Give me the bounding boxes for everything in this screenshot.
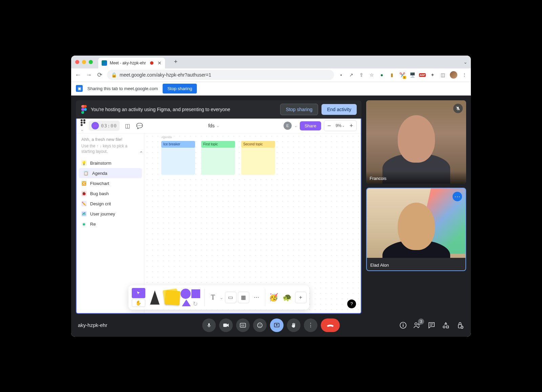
template-item-designcrit[interactable]: ✏️ Design crit xyxy=(77,199,144,209)
canvas-column-second-topic[interactable]: Second topic xyxy=(241,141,275,175)
people-panel-button[interactable]: 3 xyxy=(413,321,421,329)
template-item-more[interactable]: ◉ Re xyxy=(77,219,144,229)
svg-rect-22 xyxy=(446,326,449,328)
tabs-dropdown-button[interactable]: ⌄ xyxy=(463,59,467,65)
hand-tool-button[interactable]: ✋ xyxy=(132,299,145,307)
zoom-in-button[interactable]: + xyxy=(347,121,356,130)
presence-caret-icon[interactable]: ⌄ xyxy=(294,124,297,128)
video-tile-name: Francois xyxy=(366,171,466,184)
zoom-level[interactable]: 9% ⌄ xyxy=(334,123,346,128)
close-window-icon[interactable] xyxy=(75,60,79,64)
bugbash-icon: 🐞 xyxy=(81,191,87,196)
captions-button[interactable]: CC xyxy=(236,318,250,332)
template-item-brainstorm[interactable]: 💡 Brainstorm xyxy=(77,158,144,168)
present-screen-button[interactable] xyxy=(270,318,284,332)
template-item-flowchart[interactable]: 🔀 Flowchart xyxy=(77,178,144,188)
flowchart-icon: 🔀 xyxy=(81,181,87,186)
tab-title: Meet - aky-hzpk-ehr xyxy=(110,61,146,65)
reactions-button[interactable] xyxy=(253,318,267,332)
template-item-userjourney[interactable]: 🗺️ User journey xyxy=(77,209,144,219)
extensions-puzzle-icon[interactable]: ✦ xyxy=(430,72,436,78)
side-panel-icon[interactable]: ◫ xyxy=(440,72,446,78)
chat-panel-button[interactable] xyxy=(428,321,436,329)
abp-extension-icon[interactable]: ABP xyxy=(419,72,425,78)
browser-tab[interactable]: Meet - aky-hzpk-ehr ✕ xyxy=(98,58,165,68)
back-button[interactable]: ← xyxy=(75,71,81,78)
sticker-2-button[interactable]: 🐢 xyxy=(282,292,293,303)
meet-favicon-icon xyxy=(102,60,107,66)
text-tool-button[interactable]: T xyxy=(207,292,219,303)
figjam-timer[interactable]: 03:00 xyxy=(89,121,120,131)
sharing-indicator-icon: ▣ xyxy=(76,85,83,92)
chrome-menu-button[interactable]: ⋮ xyxy=(461,72,467,78)
more-options-button[interactable]: ⋮ xyxy=(304,318,317,332)
pointer-tool-button[interactable] xyxy=(132,288,145,298)
canvas-column-first-topic[interactable]: First topic xyxy=(201,141,235,175)
more-tools-button[interactable]: ⋯ xyxy=(251,292,262,303)
stop-sharing-button[interactable]: Stop sharing xyxy=(163,84,197,94)
end-activity-button[interactable]: End activity xyxy=(321,104,357,115)
lock-icon: 🔒 xyxy=(111,72,117,78)
profile-avatar[interactable] xyxy=(450,71,457,79)
text-tool-caret-icon[interactable]: ⌄ xyxy=(220,295,224,300)
maximize-window-icon[interactable] xyxy=(89,60,93,64)
figjam-top-toolbar: ⌄ 03:00 ◫ 💬 fds ⌄ xyxy=(77,119,361,133)
forward-button[interactable]: → xyxy=(85,71,92,78)
video-tile-francois[interactable]: Francois xyxy=(366,100,466,184)
extension-screen-icon[interactable]: 🖥️ xyxy=(409,72,415,78)
minimize-window-icon[interactable] xyxy=(82,60,86,64)
new-tab-button[interactable]: + xyxy=(171,57,181,67)
meeting-details-button[interactable] xyxy=(399,321,407,329)
brainstorm-icon: 💡 xyxy=(81,160,87,166)
marker-tool-button[interactable] xyxy=(147,288,162,307)
mic-toggle-button[interactable] xyxy=(202,318,216,332)
presence-avatar[interactable]: E xyxy=(284,122,292,130)
video-tile-name: Elad Alon xyxy=(367,258,465,270)
svg-point-15 xyxy=(403,323,403,324)
marker-icon xyxy=(150,290,160,305)
zoom-out-button[interactable]: − xyxy=(325,121,334,130)
raise-hand-button[interactable] xyxy=(287,318,300,332)
extensions-row: ▪ ↗ ⇪ ☆ ● ▮ ✂️ 🖥️ ABP ✦ ◫ ⋮ xyxy=(338,71,467,79)
figjam-comment-button[interactable]: 💬 xyxy=(135,121,144,130)
hangup-button[interactable] xyxy=(321,318,340,332)
extension-folder-icon[interactable]: ▮ xyxy=(389,72,395,78)
reload-button[interactable]: ⟳ xyxy=(96,71,103,78)
url-text: meet.google.com/aky-hzpk-ehr?authuser=1 xyxy=(120,72,211,78)
figjam-share-button[interactable]: Share xyxy=(300,121,321,130)
template-panel-close-button[interactable]: ⌃ xyxy=(139,150,143,156)
template-item-bugbash[interactable]: 🐞 Bug bash xyxy=(77,188,144,199)
section-tool-button[interactable]: ▭ xyxy=(225,292,236,303)
svg-point-17 xyxy=(415,323,417,325)
extension-green-icon[interactable]: ● xyxy=(379,72,385,78)
video-tile-elad[interactable]: ⋯ Elad Alon xyxy=(366,188,466,271)
activity-stop-sharing-button[interactable]: Stop sharing xyxy=(280,104,318,115)
camera-toggle-button[interactable] xyxy=(219,318,233,332)
camera-indicator-icon[interactable]: ▪ xyxy=(338,72,344,78)
meet-control-bar: aky-hzpk-ehr CC xyxy=(71,314,471,337)
add-sticker-button[interactable]: + xyxy=(295,292,307,303)
share-icon[interactable]: ⇪ xyxy=(358,72,364,78)
shape-tool-button[interactable]: ↻ xyxy=(180,288,202,307)
figjam-view-toggle-button[interactable]: ◫ xyxy=(123,121,132,130)
activities-button[interactable] xyxy=(442,321,450,329)
figjam-help-button[interactable]: ? xyxy=(347,300,356,308)
host-controls-button[interactable] xyxy=(456,321,464,329)
tab-close-button[interactable]: ✕ xyxy=(158,60,162,66)
tile-more-button[interactable]: ⋯ xyxy=(453,192,462,201)
bookmark-star-icon[interactable]: ☆ xyxy=(369,72,375,78)
template-item-agenda[interactable]: 📋 Agenda xyxy=(79,168,142,178)
canvas-column-icebreaker[interactable]: Ice breaker xyxy=(161,141,195,175)
window-traffic-lights[interactable] xyxy=(75,60,96,64)
sharing-banner-text: Sharing this tab to meet.google.com xyxy=(87,86,158,91)
open-external-icon[interactable]: ↗ xyxy=(348,72,354,78)
sticker-1-button[interactable]: 🥳 xyxy=(268,292,279,303)
address-bar[interactable]: 🔒 meet.google.com/aky-hzpk-ehr?authuser=… xyxy=(107,70,334,80)
table-tool-button[interactable]: ▦ xyxy=(238,292,249,303)
filename-caret-icon[interactable]: ⌄ xyxy=(216,124,219,128)
figjam-main-menu-button[interactable]: ⌄ xyxy=(81,119,85,132)
figjam-filename[interactable]: fds xyxy=(208,123,215,128)
extension-scissors-icon[interactable]: ✂️ xyxy=(399,72,405,78)
sticky-note-tool-button[interactable] xyxy=(164,288,179,307)
userjourney-icon: 🗺️ xyxy=(81,211,87,216)
